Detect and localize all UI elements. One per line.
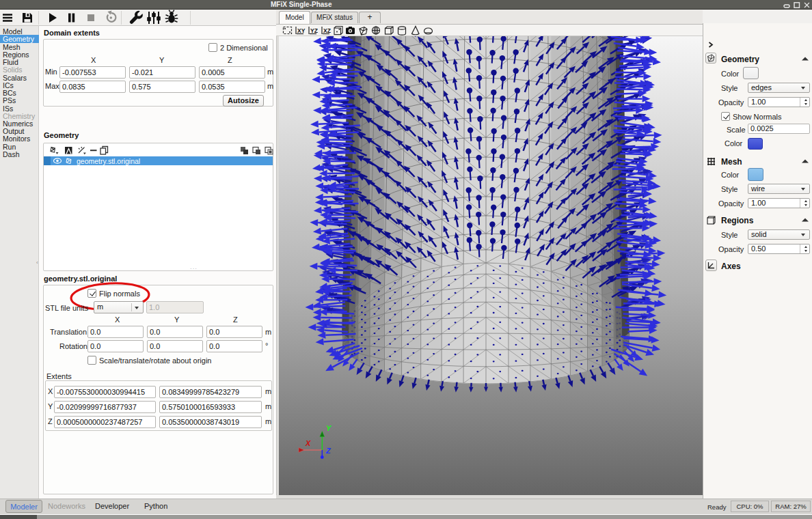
svg-text:XZ: XZ [323,27,331,34]
svg-text:YZ: YZ [310,27,318,34]
svg-text:X: X [305,439,311,447]
svg-text:XY: XY [297,27,306,34]
svg-text:Z: Z [325,447,331,455]
